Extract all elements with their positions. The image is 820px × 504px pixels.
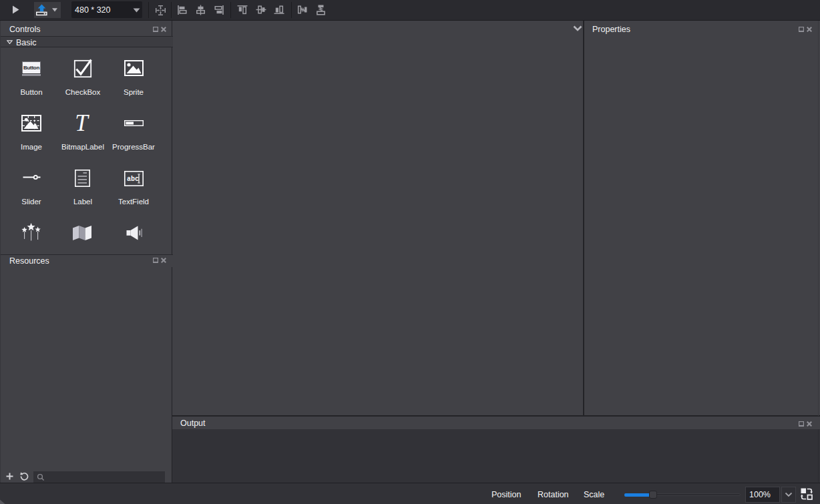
svg-text:abc: abc	[127, 176, 139, 183]
